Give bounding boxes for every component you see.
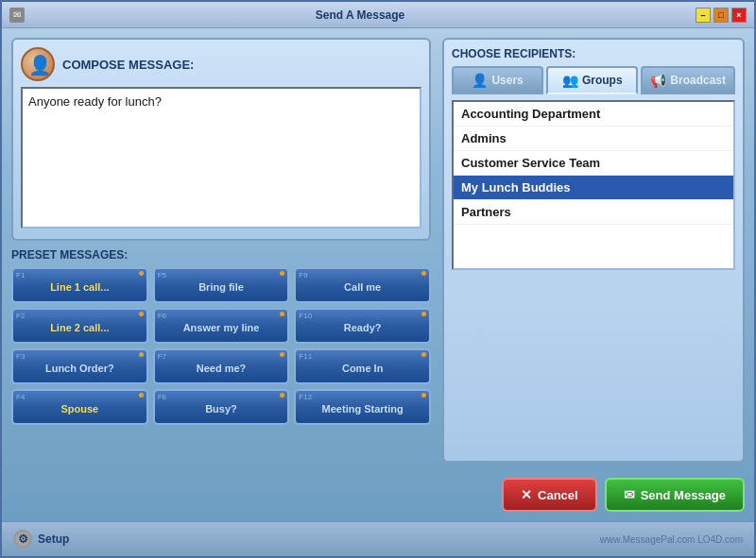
cancel-icon: ✕ <box>521 487 532 502</box>
recipient-customer-service[interactable]: Customer Service Team <box>454 151 733 176</box>
recipient-accounting[interactable]: Accounting Department <box>454 102 733 127</box>
tab-groups[interactable]: 👥 Groups <box>546 66 638 94</box>
compose-textarea[interactable]: Anyone ready for lunch? <box>21 87 421 228</box>
minimize-button[interactable]: – <box>696 8 711 23</box>
compose-header: COMPOSE MESSAGE: <box>21 47 421 81</box>
bottom-bar: ⚙ Setup www.MessagePal.com LO4D.com <box>2 521 754 556</box>
setup-button[interactable]: ⚙ Setup <box>13 530 69 549</box>
main-window: ✉ Send A Message – □ × COMPOSE MESSAGE: … <box>0 0 756 558</box>
main-content: COMPOSE MESSAGE: Anyone ready for lunch?… <box>2 28 754 521</box>
send-icon: ✉ <box>624 487 635 502</box>
close-button[interactable]: × <box>731 8 747 23</box>
watermark: www.MessagePal.com LO4D.com <box>600 534 743 545</box>
preset-label: PRESET MESSAGES: <box>11 248 431 262</box>
maximize-button[interactable]: □ <box>713 8 729 23</box>
cancel-button[interactable]: ✕ Cancel <box>502 478 597 512</box>
recipient-lunch-buddies[interactable]: My Lunch Buddies <box>454 176 733 200</box>
preset-btn-f9[interactable]: F9 Call me <box>294 267 431 303</box>
preset-btn-f2[interactable]: F2 Line 2 call... <box>11 308 148 344</box>
preset-btn-f4[interactable]: F4 Spouse <box>11 389 148 425</box>
preset-btn-f6[interactable]: F6 Answer my line <box>153 308 290 344</box>
recipient-partners[interactable]: Partners <box>454 200 733 225</box>
groups-icon: 👥 <box>562 73 578 88</box>
tab-broadcast[interactable]: 📢 Broadcast <box>641 66 735 94</box>
compose-section: COMPOSE MESSAGE: Anyone ready for lunch? <box>11 38 431 241</box>
preset-btn-f3[interactable]: F3 Lunch Order? <box>11 348 148 384</box>
broadcast-icon: 📢 <box>650 73 666 88</box>
preset-btn-f5[interactable]: F5 Bring file <box>153 267 290 303</box>
gear-icon: ⚙ <box>13 530 32 549</box>
tab-users[interactable]: 👤 Users <box>452 66 543 94</box>
choose-label: CHOOSE RECIPIENTS: <box>452 47 735 60</box>
compose-label: COMPOSE MESSAGE: <box>62 58 194 72</box>
right-panel: CHOOSE RECIPIENTS: 👤 Users 👥 Groups 📢 Br… <box>442 38 745 512</box>
window-title: Send A Message <box>25 8 696 22</box>
compose-avatar <box>21 47 55 81</box>
left-panel: COMPOSE MESSAGE: Anyone ready for lunch?… <box>11 38 431 512</box>
preset-btn-f8[interactable]: F8 Busy? <box>153 389 290 425</box>
preset-btn-f10[interactable]: F10 Ready? <box>294 308 431 344</box>
window-icon: ✉ <box>9 8 25 23</box>
action-buttons: ✕ Cancel ✉ Send Message <box>442 478 745 512</box>
recipient-tabs: 👤 Users 👥 Groups 📢 Broadcast <box>452 66 735 94</box>
recipient-admins[interactable]: Admins <box>454 127 733 151</box>
preset-grid: F1 Line 1 call... F5 Bring file F9 Call … <box>11 267 431 425</box>
preset-btn-f1[interactable]: F1 Line 1 call... <box>11 267 148 303</box>
preset-btn-f7[interactable]: F7 Need me? <box>153 348 290 384</box>
recipients-list: Accounting Department Admins Customer Se… <box>452 100 735 270</box>
preset-btn-f11[interactable]: F11 Come In <box>294 348 431 384</box>
preset-section: PRESET MESSAGES: F1 Line 1 call... F5 Br… <box>11 248 431 512</box>
user-icon: 👤 <box>472 73 488 88</box>
send-message-button[interactable]: ✉ Send Message <box>605 478 745 512</box>
window-controls: – □ × <box>696 8 747 23</box>
choose-section: CHOOSE RECIPIENTS: 👤 Users 👥 Groups 📢 Br… <box>442 38 745 463</box>
title-bar: ✉ Send A Message – □ × <box>2 2 754 28</box>
preset-btn-f12[interactable]: F12 Meeting Starting <box>294 389 431 425</box>
